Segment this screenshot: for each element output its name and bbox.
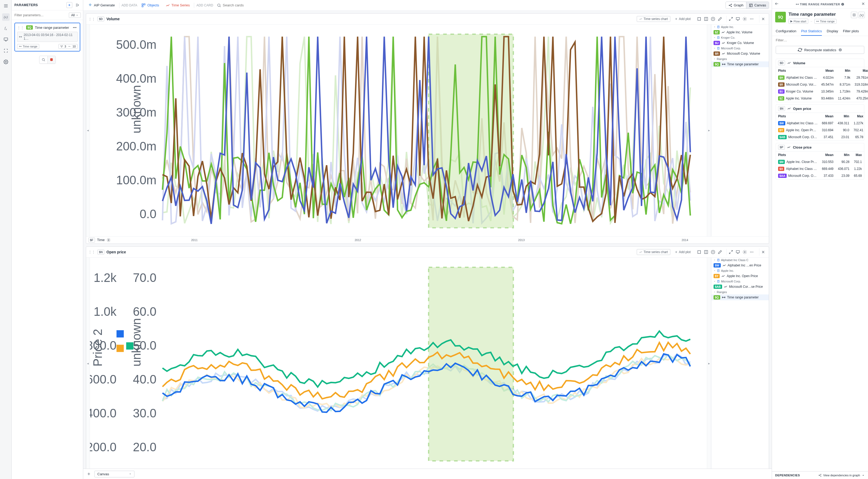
- gear-icon[interactable]: [107, 238, 111, 242]
- variable-action-button[interactable]: (x): [859, 12, 865, 18]
- drag-handle-icon[interactable]: ⋮⋮: [88, 17, 95, 21]
- stats-row[interactable]: $RMicrosoft Corp. Vol…45.547m8.371m319.3…: [776, 81, 868, 88]
- parameter-counts[interactable]: 3 10: [58, 44, 78, 49]
- collapse-panel-button[interactable]: [74, 2, 80, 8]
- stats-row[interactable]: $ZApple Inc. Volume93.448m11.424m470.25m: [776, 95, 868, 102]
- drag-handle-icon[interactable]: ⋮⋮: [88, 250, 95, 254]
- add-canvas-button[interactable]: [85, 471, 92, 477]
- expand-button[interactable]: [696, 16, 702, 22]
- fullscreen-button[interactable]: [728, 16, 734, 22]
- legend-item[interactable]: $UKroger Co. Volume: [711, 40, 769, 46]
- edit-button[interactable]: [717, 249, 723, 255]
- chart-type-select[interactable]: Time series chart: [637, 16, 670, 22]
- back-button[interactable]: [775, 2, 779, 7]
- legend-item[interactable]: $RMicrosoft Corp. Volume: [711, 51, 769, 57]
- time-range-chip[interactable]: Time range: [814, 19, 837, 24]
- legend-range-item[interactable]: $QTime range parameter: [711, 61, 769, 67]
- collapse-right-button[interactable]: ▸: [707, 25, 711, 236]
- fx-icon[interactable]: fx: [2, 25, 9, 32]
- stats-row[interactable]: $YApple Inc. Open Pr…310.69490.0702.41: [776, 127, 865, 134]
- time-series-button[interactable]: Time Series: [163, 2, 192, 9]
- plot-area[interactable]: Price 21.2k1.0k800.0600.0400.0200.0 unkn…: [90, 258, 707, 469]
- stats-row[interactable]: $MApple Inc. Close Pr…310.55390.28702.1: [776, 158, 864, 165]
- info-icon[interactable]: i: [838, 48, 842, 52]
- add-action-button[interactable]: [851, 12, 857, 18]
- tab-filter-plots[interactable]: Filter plots: [843, 27, 859, 36]
- legend-group-head[interactable]: Microsoft Corp.: [711, 46, 769, 51]
- settings-icon[interactable]: [2, 58, 9, 66]
- stats-filter-input[interactable]: [776, 38, 864, 42]
- split-button[interactable]: [703, 16, 709, 22]
- legend-range-item[interactable]: $QTime range parameter: [711, 294, 769, 300]
- tab-display[interactable]: Display: [827, 27, 838, 36]
- split-button[interactable]: [703, 249, 709, 255]
- stats-row[interactable]: $AAMicrosoft Corp. O…37.43323.0965.69: [776, 172, 864, 179]
- add-plot-button[interactable]: Add plot: [673, 249, 693, 255]
- stats-row[interactable]: $WAlphabet Inc Class …669.697438.3111.22…: [776, 120, 865, 127]
- search-button[interactable]: [39, 56, 48, 63]
- present-button[interactable]: [735, 249, 741, 255]
- database-button[interactable]: [48, 56, 56, 63]
- add-parameter-button[interactable]: [66, 2, 72, 8]
- stats-row[interactable]: $XAlphabet Inc Class …669.449436.0711.22…: [776, 165, 864, 172]
- settings-button[interactable]: [742, 16, 748, 22]
- tab-plot-statistics[interactable]: Plot Statistics: [801, 27, 822, 36]
- collapse-left-button[interactable]: ◂: [86, 25, 90, 236]
- charts-area[interactable]: ⋮⋮ $D Volume Time series chart Add plot …: [83, 11, 772, 469]
- present-button[interactable]: [735, 16, 741, 22]
- chart-type-select[interactable]: Time series chart: [637, 249, 670, 255]
- objects-button[interactable]: Objects: [139, 2, 161, 9]
- parameter-value[interactable]: 2013-04-01 03:54:16 - 2014-02-11 1…: [17, 32, 78, 42]
- collapse-right-button[interactable]: ▸: [707, 258, 711, 469]
- legend-item[interactable]: $ABMicrosoft Cor…se Price: [711, 284, 769, 290]
- graph-view-button[interactable]: Graph: [726, 2, 746, 8]
- canvas-select[interactable]: Canvas: [94, 471, 134, 477]
- stats-groups[interactable]: $D Volume PlotsMeanMinMax $HAlphabet Inc…: [772, 57, 868, 471]
- edit-button[interactable]: [717, 16, 723, 22]
- fullscreen-button[interactable]: [728, 249, 734, 255]
- variable-icon[interactable]: (x): [2, 13, 9, 21]
- selection-icon[interactable]: [2, 47, 9, 55]
- time-range-tag[interactable]: Time range: [17, 44, 39, 49]
- menu-icon[interactable]: [2, 2, 9, 10]
- filter-parameters-input[interactable]: [14, 12, 67, 18]
- legend-group-head[interactable]: Kroger Co.: [711, 35, 769, 40]
- legend-item[interactable]: $ZApple Inc. Volume: [711, 29, 769, 35]
- plot-area[interactable]: unknown 500.0m400.0m300.0m200.0m100.0m0.…: [90, 25, 707, 236]
- add-plot-button[interactable]: Add plot: [673, 16, 693, 22]
- download-button[interactable]: [710, 249, 716, 255]
- settings-button[interactable]: [742, 249, 748, 255]
- legend-group-head[interactable]: Microsoft Corp.: [711, 279, 769, 284]
- legend-item[interactable]: $YApple Inc. Open Price: [711, 273, 769, 279]
- stats-row[interactable]: $HAlphabet Inc Class …4.022m7.9k29.761m: [776, 74, 868, 81]
- legend-ranges-head[interactable]: Ranges: [711, 57, 769, 61]
- collapse-left-button[interactable]: ◂: [86, 258, 90, 469]
- canvas-view-button[interactable]: Canvas: [746, 2, 769, 8]
- more-button[interactable]: [748, 16, 755, 22]
- filter-all-select[interactable]: All: [69, 12, 81, 18]
- more-button[interactable]: [748, 249, 755, 255]
- drag-handle-icon[interactable]: ⋮⋮: [17, 26, 24, 30]
- close-chart-button[interactable]: [759, 15, 767, 23]
- aip-generate-button[interactable]: AIP Generate: [86, 2, 117, 9]
- parameter-more-button[interactable]: •••: [72, 26, 78, 30]
- view-dependencies-button[interactable]: View dependencies in graph: [818, 474, 865, 477]
- parameter-card[interactable]: ⋮⋮ $Q Time range parameter ••• 2013-04-0…: [14, 23, 80, 52]
- legend-item[interactable]: $WAlphabet Inc …en Price: [711, 262, 769, 268]
- close-panel-button[interactable]: [861, 2, 865, 7]
- stats-row[interactable]: $UKroger Co. Volume10.345m1.719m79.429m: [776, 88, 868, 95]
- present-icon[interactable]: [2, 36, 9, 43]
- recompute-button[interactable]: Recompute statistics i: [776, 46, 864, 54]
- tab-configuration[interactable]: Configuration: [776, 27, 796, 36]
- stats-row[interactable]: $ABMicrosoft Corp. Cl…37.45123.0165.78: [776, 134, 865, 140]
- help-icon[interactable]: ?: [841, 3, 844, 6]
- legend-ranges-head[interactable]: Ranges: [711, 290, 769, 294]
- close-chart-button[interactable]: [759, 248, 767, 256]
- legend-group-head[interactable]: Alphabet Inc Class C: [711, 258, 769, 262]
- legend-group-head[interactable]: Apple Inc.: [711, 268, 769, 273]
- search-cards-input[interactable]: [223, 3, 722, 7]
- flow-start-chip[interactable]: ▶ Flow start: [788, 19, 808, 24]
- download-button[interactable]: [710, 16, 716, 22]
- expand-button[interactable]: [696, 249, 702, 255]
- legend-group-head[interactable]: Apple Inc.: [711, 25, 769, 29]
